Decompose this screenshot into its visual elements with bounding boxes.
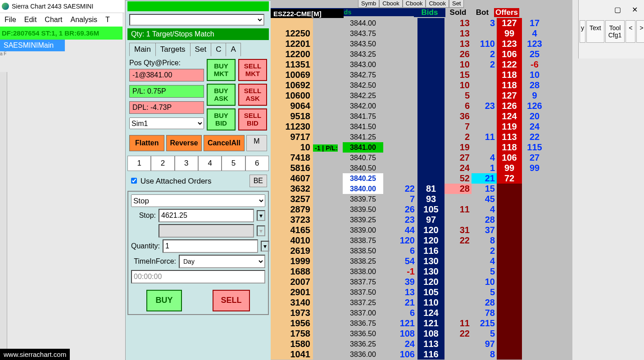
dom-row[interactable]: 122013843.5013110123123 bbox=[271, 39, 547, 49]
dom-row[interactable]: 10413836.001061168 bbox=[271, 349, 547, 360]
dropdown-icon[interactable]: ▾ bbox=[257, 210, 265, 221]
menu-more[interactable]: T bbox=[105, 16, 110, 24]
dom-row[interactable]: 95183841.753612420 bbox=[271, 111, 547, 122]
ao-type-select[interactable]: Stop bbox=[131, 194, 265, 207]
qty-2[interactable]: 2 bbox=[151, 156, 174, 171]
qty-4[interactable]: 4 bbox=[198, 156, 222, 171]
stop-label: Stop: bbox=[131, 212, 156, 220]
tab-cbook1[interactable]: Cbook bbox=[379, 0, 403, 8]
buy-ask-button[interactable]: BUY ASK bbox=[207, 84, 236, 106]
dom-row[interactable]: 10-1 | P/L: 0.75P3841.0019118115 bbox=[271, 142, 547, 153]
buy-button[interactable]: BUY bbox=[146, 290, 181, 311]
dom-row[interactable]: 46073840.25522172 bbox=[271, 173, 547, 184]
dropdown-icon: ▾ bbox=[257, 225, 265, 236]
dom-row[interactable]: 112303841.50711924 bbox=[271, 122, 547, 132]
dom-row[interactable]: 16883838.00-11305 bbox=[271, 266, 547, 277]
tool-text[interactable]: Text bbox=[586, 20, 604, 43]
subtab-c[interactable]: C bbox=[211, 43, 226, 56]
menu-analysis[interactable]: Analysis bbox=[70, 16, 97, 24]
menu-file[interactable]: File bbox=[5, 16, 16, 24]
qty-input[interactable] bbox=[163, 239, 258, 253]
dom-row[interactable]: 19993838.25541304 bbox=[271, 256, 547, 266]
buy-mkt-button[interactable]: BUY MKT bbox=[207, 59, 236, 81]
dom-row[interactable]: 29013837.50131055 bbox=[271, 287, 547, 297]
dom-row[interactable]: 37233839.25239728 bbox=[271, 215, 547, 225]
dom-row[interactable]: 15803836.252411397 bbox=[271, 339, 547, 349]
dom-row[interactable]: 90643842.00623126126 bbox=[271, 101, 547, 111]
tool-prev[interactable]: y bbox=[580, 20, 585, 43]
dom-row[interactable]: 28793839.5026105114 bbox=[271, 204, 547, 215]
tool-gt[interactable]: > bbox=[636, 20, 644, 43]
menu-edit[interactable]: Edit bbox=[24, 16, 37, 24]
tab-cbook3[interactable]: Cbook bbox=[426, 0, 449, 8]
qty-6[interactable]: 6 bbox=[245, 156, 269, 171]
subtab-a[interactable]: A bbox=[226, 43, 240, 56]
qty-1[interactable]: 1 bbox=[127, 156, 151, 171]
dom-row[interactable]: 19563836.7512112111215 bbox=[271, 318, 547, 328]
menu-chart[interactable]: Chart bbox=[45, 16, 62, 24]
dom-row[interactable]: 26193838.5061162 bbox=[271, 246, 547, 256]
symbol-combo[interactable] bbox=[129, 14, 264, 26]
dom-row[interactable]: 36323840.0022812815 bbox=[271, 184, 547, 194]
dom-row[interactable]: 41653839.00441203137 bbox=[271, 225, 547, 235]
sell-button[interactable]: SELL bbox=[213, 290, 249, 311]
close-icon[interactable]: ✕ bbox=[632, 5, 638, 14]
dropdown-icon[interactable]: ▾ bbox=[261, 241, 269, 252]
qty-label: Quantity: bbox=[131, 242, 160, 250]
m-button[interactable]: M bbox=[246, 135, 267, 151]
dom-row[interactable]: 32573839.7579345 bbox=[271, 194, 547, 204]
sell-bid-button[interactable]: SELL BID bbox=[238, 108, 267, 130]
dom-row[interactable]: 17583836.50108108225 bbox=[271, 328, 547, 339]
dom-row[interactable]: 122003843.2526210625 bbox=[271, 49, 547, 59]
pos-value: -1@3841.00 bbox=[129, 69, 204, 81]
subtab-set[interactable]: Set bbox=[190, 43, 212, 56]
tab-cbook2[interactable]: Cbook bbox=[403, 0, 426, 8]
watermark: www.sierrachart.com bbox=[0, 349, 70, 360]
subtab-main[interactable]: Main bbox=[129, 43, 156, 56]
dom-row[interactable]: 106923842.501011828 bbox=[271, 80, 547, 90]
dom-row[interactable]: 113513843.00102122-6 bbox=[271, 59, 547, 70]
trade-panel: Qty: 1 Target/Stops Match Main Targets S… bbox=[125, 0, 271, 360]
stop-input[interactable] bbox=[159, 209, 254, 222]
tool-cfg[interactable]: Tool Cfg1 bbox=[605, 20, 625, 43]
pos-label: Pos Qty@Price: bbox=[129, 59, 204, 67]
dom-row[interactable]: 100693842.751511810 bbox=[271, 70, 547, 80]
app-icon bbox=[2, 3, 9, 10]
dom-row[interactable]: 31403837.252111028 bbox=[271, 297, 547, 308]
main-menubar: File Edit Chart Analysis T bbox=[0, 13, 122, 27]
qty-5[interactable]: 5 bbox=[222, 156, 245, 171]
header-bar bbox=[127, 1, 269, 11]
maximize-icon[interactable]: ▢ bbox=[614, 5, 621, 14]
dom-row[interactable]: 3844.0013312717 bbox=[271, 18, 547, 28]
sell-mkt-button[interactable]: SELL MKT bbox=[238, 59, 267, 81]
dom-row[interactable]: 74183840.7527410627 bbox=[271, 153, 547, 163]
tab-set[interactable]: Set bbox=[449, 0, 464, 8]
be-button[interactable]: BE bbox=[249, 175, 267, 187]
dom-row[interactable]: 40103838.75120120228 bbox=[271, 235, 547, 246]
reverse-button[interactable]: Reverse bbox=[166, 135, 201, 151]
dom-row[interactable]: 19733837.00612478 bbox=[271, 308, 547, 318]
cancel-all-button[interactable]: CancelAll bbox=[204, 135, 245, 151]
trade-subtabs: Main Targets Set C A bbox=[129, 43, 269, 56]
tool-lt[interactable]: < bbox=[626, 20, 635, 43]
sell-ask-button[interactable]: SELL ASK bbox=[238, 84, 267, 106]
dom-row[interactable]: 122503843.7513994 bbox=[271, 28, 547, 39]
window-title: Sierra Chart 2443 SAESMINI bbox=[12, 3, 93, 10]
account-select[interactable]: Sim1 bbox=[129, 117, 204, 129]
flatten-button[interactable]: Flatten bbox=[129, 135, 164, 151]
tif-select[interactable]: Day bbox=[179, 255, 265, 268]
tiny-label: a F bbox=[0, 51, 6, 56]
dom-row[interactable]: 20073837.753912010 bbox=[271, 277, 547, 287]
dom-row[interactable]: 58163840.502419999 bbox=[271, 163, 547, 173]
dom-row[interactable]: 106003842.2551279 bbox=[271, 90, 547, 101]
chart-tab[interactable]: SAESMINIMain bbox=[0, 40, 65, 51]
status-bar: DF:2807654 ST:1, 1 BR:69.36M bbox=[0, 27, 122, 40]
dom-row[interactable]: 97173841.2521111322 bbox=[271, 132, 547, 142]
qty-3[interactable]: 3 bbox=[175, 156, 198, 171]
buy-bid-button[interactable]: BUY BID bbox=[207, 108, 236, 130]
subtab-targets[interactable]: Targets bbox=[155, 43, 190, 56]
time-input[interactable] bbox=[131, 270, 265, 284]
tab-symb[interactable]: Symb bbox=[358, 0, 379, 8]
left-gutter bbox=[0, 72, 7, 360]
use-ao-checkbox[interactable]: Use Attached Orders bbox=[129, 176, 212, 186]
